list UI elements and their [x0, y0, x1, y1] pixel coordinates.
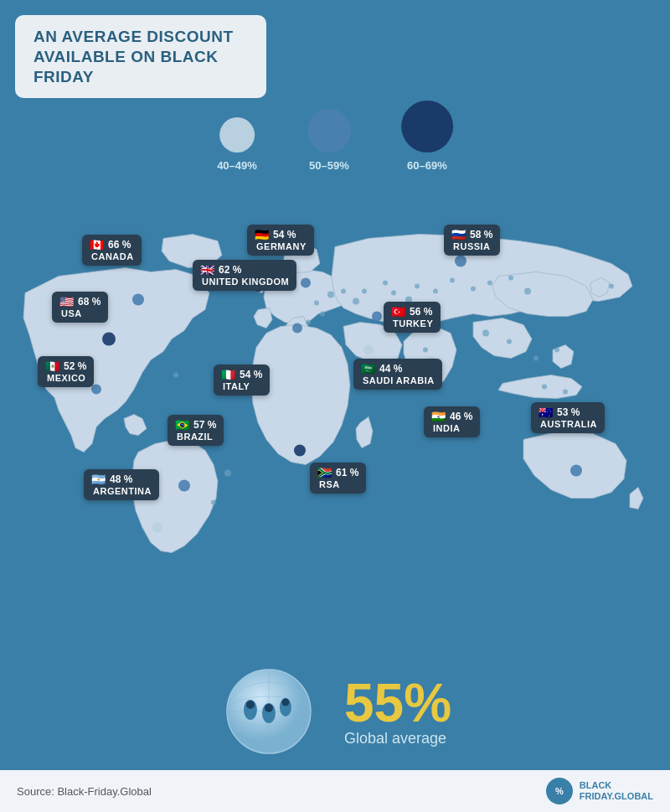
uk-name: UNITED KINGDOM	[200, 277, 289, 287]
svg-point-25	[415, 284, 420, 289]
argentina-pct: 48 %	[110, 473, 132, 485]
canada-flag: 🇨🇦	[90, 239, 104, 251]
russia-flag: 🇷🇺	[451, 229, 466, 240]
russia-pct: 58 %	[470, 229, 492, 240]
country-label-russia: 🇷🇺 58 % RUSSIA	[444, 225, 500, 256]
turkey-name: TURKEY	[391, 318, 433, 328]
legend-circle-lg	[401, 101, 453, 153]
usa-name: USA	[59, 308, 82, 318]
legend-circle-md	[307, 109, 351, 153]
italy-pct: 54 %	[240, 369, 262, 380]
footer-logo-symbol: %	[546, 778, 573, 804]
rsa-name: RSA	[317, 479, 340, 489]
legend-label-40-49: 40–49%	[217, 159, 257, 172]
global-average-display: 55% Global average	[344, 676, 451, 747]
argentina-flag: 🇦🇷	[91, 473, 106, 485]
rsa-pct: 61 %	[336, 467, 358, 478]
usa-pct: 68 %	[78, 296, 100, 308]
svg-point-41	[211, 500, 216, 505]
svg-point-20	[353, 298, 359, 305]
legend-label-60-69: 60–69%	[407, 159, 447, 172]
country-label-mexico: 🇲🇽 52 % MEXICO	[38, 356, 94, 387]
svg-point-23	[391, 291, 396, 296]
svg-point-34	[507, 339, 512, 344]
svg-point-9	[455, 256, 466, 267]
svg-point-18	[306, 320, 311, 325]
country-label-canada: 🇨🇦 66 % CANADA	[82, 235, 142, 266]
svg-point-3	[91, 385, 101, 395]
svg-point-17	[320, 312, 325, 317]
svg-point-8	[292, 323, 302, 334]
usa-flag: 🇺🇸	[59, 296, 74, 308]
svg-point-40	[224, 470, 231, 477]
country-label-rsa: 🇿🇦 61 % RSA	[310, 463, 366, 494]
global-avg-label: Global average	[344, 730, 446, 747]
footer-source: Source: Black-Friday.Global	[17, 785, 152, 798]
russia-name: RUSSIA	[451, 241, 491, 251]
country-label-uk: 🇬🇧 62 % UNITED KINGDOM	[193, 260, 296, 291]
svg-point-51	[265, 704, 273, 712]
svg-point-19	[341, 289, 346, 294]
header-box: AN AVERAGE DISCOUNTAVAILABLE ON BLACK FR…	[15, 15, 266, 98]
saudi-pct: 44 %	[379, 363, 402, 375]
svg-point-31	[524, 288, 531, 295]
svg-point-14	[570, 465, 582, 477]
mexico-flag: 🇲🇽	[45, 360, 59, 372]
svg-point-29	[487, 281, 492, 286]
svg-point-4	[152, 523, 162, 533]
argentina-name: ARGENTINA	[91, 486, 152, 496]
country-label-australia: 🇦🇺 53 % AUSTRALIA	[531, 402, 605, 433]
svg-point-30	[508, 276, 513, 281]
germany-name: GERMANY	[255, 241, 307, 251]
country-label-argentina: 🇦🇷 48 % ARGENTINA	[84, 469, 159, 500]
uk-pct: 62 %	[219, 264, 241, 276]
italy-flag: 🇮🇹	[221, 369, 235, 380]
country-label-usa: 🇺🇸 68 % USA	[52, 292, 108, 323]
australia-pct: 53 %	[557, 406, 580, 418]
india-flag: 🇮🇳	[431, 411, 446, 422]
global-avg-pct: 55%	[344, 676, 451, 730]
svg-point-42	[609, 284, 614, 289]
australia-name: AUSTRALIA	[539, 419, 597, 429]
legend-item-60-69: 60–69%	[401, 101, 453, 172]
svg-point-11	[363, 345, 374, 355]
australia-flag: 🇦🇺	[539, 406, 553, 418]
turkey-pct: 56 %	[410, 306, 432, 318]
svg-point-10	[372, 312, 382, 322]
canada-name: CANADA	[90, 251, 134, 261]
svg-point-22	[383, 281, 388, 286]
svg-point-39	[173, 373, 178, 378]
country-label-brazil: 🇧🇷 57 % BRAZIL	[168, 415, 224, 446]
footer-logo-line1: BLACK	[580, 780, 612, 790]
uk-flag: 🇬🇧	[200, 264, 214, 276]
country-label-italy: 🇮🇹 54 % ITALY	[214, 365, 270, 396]
mexico-pct: 52 %	[64, 360, 86, 372]
canada-pct: 66 %	[108, 239, 131, 251]
india-name: INDIA	[431, 423, 460, 433]
svg-point-27	[450, 278, 455, 283]
footer-logo-line2: FRIDAY.GLOBAL	[580, 791, 653, 801]
globe-icon	[219, 661, 319, 762]
svg-point-5	[178, 480, 190, 492]
svg-point-1	[132, 294, 144, 306]
country-label-saudi: 🇸🇦 44 % SAUDI ARABIA	[353, 359, 442, 390]
saudi-flag: 🇸🇦	[361, 363, 375, 375]
svg-point-16	[314, 301, 319, 306]
rsa-flag: 🇿🇦	[317, 467, 332, 478]
legend-label-50-59: 50–59%	[309, 159, 349, 172]
global-average-section: 55% Global average	[219, 661, 451, 762]
svg-point-38	[563, 390, 568, 395]
legend-circle-sm	[219, 117, 255, 153]
svg-point-21	[362, 289, 367, 294]
header-title: AN AVERAGE DISCOUNTAVAILABLE ON BLACK FR…	[34, 27, 248, 86]
svg-point-26	[433, 289, 438, 294]
footer-logo: % BLACK FRIDAY.GLOBAL	[546, 778, 653, 804]
italy-name: ITALY	[221, 381, 250, 391]
svg-point-6	[301, 278, 311, 288]
india-pct: 46 %	[450, 411, 472, 422]
germany-pct: 54 %	[273, 229, 296, 240]
brazil-flag: 🇧🇷	[175, 419, 189, 431]
legend: 40–49% 50–59% 60–69%	[217, 101, 453, 172]
svg-point-36	[554, 348, 559, 353]
footer: Source: Black-Friday.Global % BLACK FRID…	[0, 770, 670, 812]
